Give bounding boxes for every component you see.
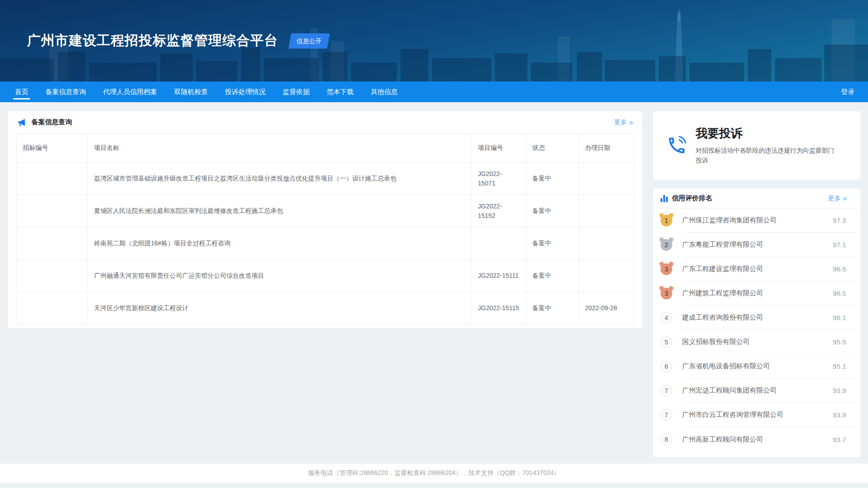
column-header: 办理日期 [579,134,634,163]
nav-item[interactable]: 双随机检查 [166,81,216,102]
company-name: 建成工程咨询股份有限公司 [682,313,763,322]
nav-item[interactable]: 其他信息 [362,81,406,102]
section-title: 备案信息查询 [31,118,72,127]
site-title: 广州市建设工程招投标监督管理综合平台 [27,32,278,50]
rank-row-main: 广州高新工程顾问有限公司93.7 [682,427,860,452]
rank-badge: 8 [661,434,672,445]
info-disclosure-badge[interactable]: 信息公开 [288,33,330,49]
company-name: 广州高新工程顾问有限公司 [682,435,763,444]
ranking-more-link[interactable]: 更多» [828,194,847,203]
content-area: 备案信息查询 更多» 招标编号项目名称项目编号状态办理日期 荔湾区城市管理基础设… [0,102,868,457]
sidebar: 我要投诉 对招投标活动中各阶段的违法违规行为向监督部门投诉 信用评价排名 更多»… [653,111,860,457]
complaint-card[interactable]: 我要投诉 对招投标活动中各阶段的违法违规行为向监督部门投诉 [653,111,860,180]
cell-date [579,163,634,195]
credit-score: 96.5 [833,289,846,297]
cell-status: 备案中 [526,227,579,260]
ranking-row: 3广州建筑工程监理有限公司96.5 [653,281,860,306]
cell-bid-no [17,227,88,260]
cell-project-no: JG2022-15115 [472,292,526,325]
complaint-desc: 对招投标活动中各阶段的违法违规行为向监督部门投诉 [696,146,835,165]
record-query-header: 备案信息查询 更多» [8,111,642,133]
ranking-header: 信用评价排名 更多» [653,189,860,208]
column-header: 项目名称 [88,134,472,163]
rank-badge: 7 [661,385,672,397]
rank-badge: 7 [661,409,672,421]
megaphone-icon [17,117,27,127]
company-name: 广东粤能工程管理有限公司 [682,240,763,249]
credit-ranking-panel: 信用评价排名 更多» 1广州珠江监理咨询集团有限公司97.32广东粤能工程管理有… [653,189,860,457]
nav-item[interactable]: 备案信息查询 [37,81,94,102]
credit-score: 93.9 [833,411,846,419]
cell-date [579,260,634,292]
ranking-row: 4建成工程咨询股份有限公司96.1 [653,306,860,330]
cell-date: 2022-09-28 [579,292,634,325]
credit-score: 95.1 [833,362,846,370]
column-header: 项目编号 [472,134,526,163]
cell-bid-no [17,163,88,195]
records-more-link[interactable]: 更多» [614,118,633,127]
company-name: 广州珠江监理咨询集团有限公司 [682,216,777,225]
rank-row-main: 广东工程建设监理有限公司96.5 [682,257,860,281]
rank-row-main: 广州市白云工程咨询管理有限公司93.9 [682,403,860,427]
records-table: 招标编号项目名称项目编号状态办理日期 荔湾区城市管理基础设施升级改造工程项目之荔… [16,133,634,325]
ranking-row: 6广东省机电设备招标有限公司95.1 [653,354,860,379]
rank-row-main: 广州珠江监理咨询集团有限公司97.3 [682,208,860,233]
cell-bid-no [17,292,88,325]
company-name: 广东省机电设备招标有限公司 [682,362,770,371]
company-name: 国义招标股份有限公司 [682,338,750,346]
nav-item[interactable]: 首页 [6,81,37,102]
credit-score: 96.1 [833,314,846,321]
double-chevron-right-icon: » [843,195,847,202]
ranking-row: 7广州市白云工程咨询管理有限公司93.9 [653,403,860,427]
cell-status: 备案中 [526,195,579,227]
credit-score: 93.7 [833,436,846,443]
cell-status: 备案中 [526,260,579,292]
ranking-row: 5国义招标股份有限公司95.5 [653,330,860,354]
table-row: 荔湾区城市管理基础设施升级改造工程项目之荔湾区生活垃圾分类投放点优化提升项目（一… [17,163,634,195]
rank-badge: 3 [661,288,672,299]
table-row: 黄埔区人民法院长洲法庭和东院区审判法庭维修改造工程施工总承包JG2022-151… [17,195,634,227]
rank-row-main: 广东省机电设备招标有限公司95.1 [682,354,860,379]
complaint-title: 我要投诉 [696,126,835,141]
nav-item[interactable]: 监督依据 [274,81,318,102]
cell-status: 备案中 [526,292,579,325]
nav-item[interactable]: 投诉处理情况 [216,81,274,102]
double-chevron-right-icon: » [629,119,633,126]
table-row: 广州融通天河宾馆有限责任公司广运宾馆分公司综合改造项目JG2022-15111备… [17,260,634,292]
ranking-row: 8广州高新工程顾问有限公司93.7 [653,427,860,452]
nav-item[interactable]: 范本下载 [318,81,362,102]
page-footer: 服务电话（管理科:28866220，监督检查科:28866204），技术支持（Q… [0,464,868,483]
table-header-row: 招标编号项目名称项目编号状态办理日期 [17,134,634,163]
site-header: 广州市建设工程招投标监督管理综合平台 信息公开 [0,0,868,81]
cell-project-no: JG2022-15111 [472,260,526,292]
cell-date [579,195,634,227]
info-disclosure-label: 信息公开 [297,38,322,44]
main-nav: 首页备案信息查询代理人员信用档案双随机检查投诉处理情况监督依据范本下载其他信息 … [0,81,868,102]
ranking-title: 信用评价排名 [672,194,712,203]
ranking-row: 3广东工程建设监理有限公司96.5 [653,257,860,281]
phone-icon [664,135,689,156]
rank-row-main: 广州宏达工程顾问集团有限公司93.9 [682,379,860,403]
cell-name: 黄埔区人民法院长洲法庭和东院区审判法庭维修改造工程施工总承包 [88,195,472,227]
cell-status: 备案中 [526,163,579,195]
cell-name: 天河区少年宫新校区建设工程设计 [88,292,472,325]
column-header: 状态 [526,134,579,163]
nav-items: 首页备案信息查询代理人员信用档案双随机检查投诉处理情况监督依据范本下载其他信息 [6,81,406,102]
cell-name: 岭南苑二期（北组团16#栋）项目全过程工程咨询 [88,227,472,260]
record-query-panel: 备案信息查询 更多» 招标编号项目名称项目编号状态办理日期 荔湾区城市管理基础设… [8,111,642,328]
company-name: 广州市白云工程咨询管理有限公司 [682,411,783,419]
nav-item[interactable]: 代理人员信用档案 [94,81,166,102]
rank-badge: 3 [661,263,672,275]
ranking-row: 2广东粤能工程管理有限公司97.1 [653,233,860,257]
cell-project-no: JG2022-15152 [472,195,526,227]
cell-bid-no [17,195,88,227]
rank-badge: 4 [661,312,672,324]
more-label: 更多 [828,194,841,203]
rank-badge: 5 [661,336,672,348]
cell-date [579,227,634,260]
credit-score: 96.5 [833,265,846,273]
login-link[interactable]: 登录 [828,81,868,102]
company-name: 广州宏达工程顾问集团有限公司 [682,386,777,395]
credit-score: 95.5 [833,338,846,346]
table-row: 天河区少年宫新校区建设工程设计JG2022-15115备案中2022-09-28 [17,292,634,325]
